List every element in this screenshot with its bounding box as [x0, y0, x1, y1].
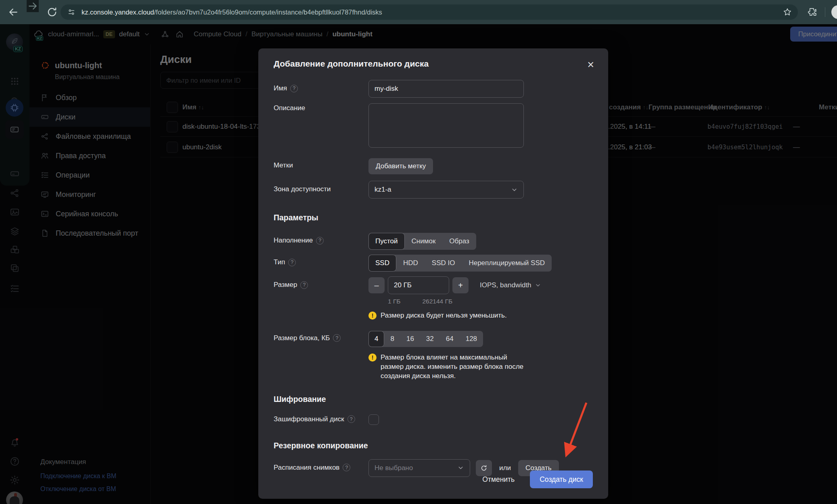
- schedule-select[interactable]: Не выбрано: [368, 459, 470, 477]
- block-option-32[interactable]: 32: [420, 331, 440, 347]
- question-icon[interactable]: ?: [288, 259, 296, 266]
- address-bar[interactable]: kz.console.yandex.cloud/folders/ao7bvn7u…: [61, 4, 798, 20]
- modal-footer: Отменить Создать диск: [482, 471, 593, 488]
- size-label: Размер: [274, 281, 297, 289]
- block-size-segmented-control: 4 8 16 32 64 128: [368, 331, 483, 347]
- encrypted-disk-checkbox[interactable]: [368, 414, 379, 425]
- add-disk-modal: Добавление дополнительного диска ✕ Имя? …: [258, 48, 608, 499]
- type-option-hdd[interactable]: HDD: [396, 255, 425, 272]
- block-size-warning: ! Размер блока влияет на максимальный ра…: [368, 353, 593, 381]
- block-option-16[interactable]: 16: [400, 331, 420, 347]
- question-icon[interactable]: ?: [290, 85, 298, 92]
- fill-option-snapshot[interactable]: Снимок: [405, 233, 443, 250]
- question-icon[interactable]: ?: [300, 281, 308, 289]
- question-icon[interactable]: ?: [316, 237, 324, 245]
- encrypted-disk-row: Зашифрованный диск?: [274, 414, 593, 425]
- type-option-ssd-io[interactable]: SSD IO: [425, 255, 462, 272]
- fill-row: Наполнение? Пустой Снимок Образ: [274, 233, 593, 250]
- size-increment-button[interactable]: +: [452, 277, 469, 293]
- back-icon[interactable]: [7, 6, 19, 18]
- question-icon[interactable]: ?: [343, 464, 350, 471]
- type-segmented-control: SSD HDD SSD IO Нереплицируемый SSD: [368, 255, 552, 272]
- size-row: Размер? – + IOPS, bandwidth: [274, 276, 593, 294]
- screen: kz.console.yandex.cloud/folders/ao7bvn7u…: [0, 0, 837, 504]
- question-icon[interactable]: ?: [347, 415, 355, 423]
- fill-option-empty[interactable]: Пустой: [368, 233, 405, 250]
- name-row: Имя?: [274, 80, 593, 98]
- block-size-row: Размер блока, КБ? 4 8 16 32 64 128: [274, 331, 593, 347]
- modal-title: Добавление дополнительного диска: [274, 59, 593, 69]
- forward-icon[interactable]: [27, 0, 39, 12]
- block-option-128[interactable]: 128: [460, 331, 483, 347]
- block-option-8[interactable]: 8: [384, 331, 400, 347]
- size-decrement-button[interactable]: –: [368, 277, 385, 293]
- schedule-placeholder: Не выбрано: [375, 464, 413, 472]
- type-row: Тип? SSD HDD SSD IO Нереплицируемый SSD: [274, 255, 593, 272]
- bookmark-star-icon[interactable]: [783, 7, 792, 17]
- fill-segmented-control: Пустой Снимок Образ: [368, 233, 476, 250]
- add-label-button[interactable]: Добавить метку: [368, 158, 433, 174]
- block-size-label: Размер блока, КБ: [274, 334, 330, 342]
- zone-row: Зона доступности kz1-a: [274, 181, 593, 199]
- encryption-header: Шифрование: [274, 395, 593, 404]
- size-limits: 1 ГБ 262144 ГБ: [388, 298, 593, 305]
- size-min: 1 ГБ: [388, 298, 401, 305]
- size-max: 262144 ГБ: [423, 298, 453, 305]
- zone-select[interactable]: kz1-a: [368, 181, 524, 199]
- name-label: Имя: [274, 84, 287, 92]
- warning-icon: !: [368, 312, 377, 320]
- labels-label: Метки: [274, 161, 293, 169]
- site-info-icon[interactable]: [67, 8, 76, 17]
- labels-row: Метки Добавить метку: [274, 158, 593, 174]
- browser-chrome: kz.console.yandex.cloud/folders/ao7bvn7u…: [0, 0, 837, 24]
- encrypted-disk-label: Зашифрованный диск: [274, 415, 344, 423]
- description-label: Описание: [274, 104, 305, 112]
- divider: [825, 7, 825, 17]
- type-label: Тип: [274, 258, 285, 266]
- iops-bandwidth-link[interactable]: IOPS, bandwidth: [480, 281, 541, 289]
- zone-value: kz1-a: [375, 186, 391, 194]
- url-text: kz.console.yandex.cloud/folders/ao7bvn7u…: [82, 8, 382, 16]
- url-path: /folders/ao7bvn7u2o4fr56lo9om/compute/in…: [154, 8, 382, 16]
- close-icon[interactable]: ✕: [587, 61, 594, 69]
- create-disk-button[interactable]: Создать диск: [530, 471, 593, 488]
- block-option-4[interactable]: 4: [368, 331, 384, 347]
- chevron-down-icon: [511, 186, 518, 193]
- backup-header: Резервное копирование: [274, 441, 593, 450]
- params-header: Параметры: [274, 213, 593, 222]
- schedule-label: Расписания снимков: [274, 464, 339, 472]
- fill-option-image[interactable]: Образ: [442, 233, 476, 250]
- disk-name-input[interactable]: [368, 80, 524, 98]
- console-app: KZ: [0, 24, 837, 504]
- description-row: Описание: [274, 103, 593, 149]
- type-option-ssd[interactable]: SSD: [368, 255, 396, 272]
- url-domain: kz.console.yandex.cloud: [82, 8, 154, 16]
- extensions-puzzle-icon[interactable]: [808, 7, 818, 17]
- warning-icon: !: [368, 353, 377, 362]
- browser-profile-avatar[interactable]: [831, 5, 837, 19]
- fill-label: Наполнение: [274, 236, 313, 245]
- question-icon[interactable]: ?: [333, 334, 341, 342]
- zone-label: Зона доступности: [274, 185, 331, 193]
- chevron-down-icon: [535, 282, 541, 289]
- block-option-64[interactable]: 64: [440, 331, 460, 347]
- size-warning: ! Размер диска будет нельзя уменьшить.: [368, 311, 593, 320]
- description-textarea[interactable]: [368, 103, 524, 148]
- chevron-down-icon: [457, 464, 464, 471]
- cancel-button[interactable]: Отменить: [482, 475, 515, 484]
- size-input[interactable]: [388, 276, 449, 294]
- reload-icon[interactable]: [46, 6, 58, 18]
- type-option-nonreplicated[interactable]: Нереплицируемый SSD: [462, 255, 552, 272]
